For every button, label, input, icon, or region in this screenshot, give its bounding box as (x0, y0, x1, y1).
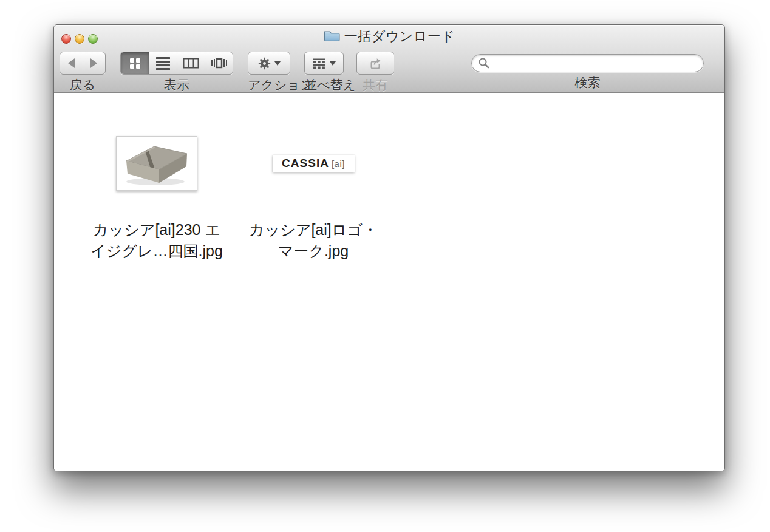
search-group: 検索 (471, 52, 704, 91)
sort-group: 並べ替え (304, 52, 344, 94)
window-chrome: 一括ダウンロード 戻る (54, 25, 724, 93)
gear-icon (258, 57, 271, 70)
window-title: 一括ダウンロード (344, 27, 455, 46)
view-icon-button[interactable] (121, 52, 149, 74)
file-thumbnail-area (87, 115, 227, 212)
back-label: 戻る (60, 77, 106, 94)
share-button[interactable] (356, 52, 394, 75)
file-thumbnail-area: CASSIA [ai] (244, 115, 383, 212)
search-icon (478, 57, 490, 69)
icon-view-icon (130, 58, 140, 69)
navigation-group: 戻る (60, 52, 106, 94)
action-label: アクション (248, 77, 290, 94)
column-view-icon (183, 58, 199, 69)
back-button[interactable] (60, 52, 83, 74)
action-group: アクション (248, 52, 290, 94)
share-group: 共有 (356, 52, 394, 94)
search-label: 検索 (471, 74, 704, 91)
desktop-background: 一括ダウンロード 戻る (0, 0, 770, 532)
finder-window: 一括ダウンロード 戻る (53, 24, 725, 471)
share-label: 共有 (356, 77, 394, 94)
view-list-button[interactable] (149, 52, 177, 74)
file-name-line2: マーク.jpg (244, 240, 383, 262)
action-button[interactable] (248, 52, 290, 75)
file-name-label[interactable]: カッシア[ai]ロゴ・ マーク.jpg (244, 219, 383, 262)
search-input[interactable] (493, 56, 697, 70)
stone-paver-thumbnail[interactable] (116, 136, 197, 191)
forward-button[interactable] (83, 52, 105, 74)
share-icon (369, 57, 383, 70)
view-column-button[interactable] (177, 52, 205, 74)
file-item-stone-paver[interactable]: カッシア[ai]230 エ イジグレ…四国.jpg (87, 115, 227, 262)
list-view-icon (156, 57, 170, 70)
file-item-cassia-logo[interactable]: CASSIA [ai] カッシア[ai]ロゴ・ マーク.jpg (244, 115, 383, 262)
view-coverflow-button[interactable] (205, 52, 233, 74)
file-name-label[interactable]: カッシア[ai]230 エ イジグレ…四国.jpg (87, 219, 227, 262)
dropdown-arrow-icon (330, 61, 336, 66)
sort-label: 並べ替え (304, 77, 344, 94)
folder-content-area[interactable]: カッシア[ai]230 エ イジグレ…四国.jpg CASSIA [ai] カッ… (54, 93, 724, 471)
dropdown-arrow-icon (274, 61, 281, 66)
back-arrow-icon (68, 58, 75, 68)
folder-icon (324, 29, 340, 44)
forward-arrow-icon (90, 58, 97, 68)
coverflow-view-icon (210, 58, 228, 69)
toolbar: 戻る (54, 48, 724, 93)
cassia-logo-ai-text: [ai] (332, 159, 345, 169)
search-field[interactable] (471, 54, 704, 72)
file-name-line1: カッシア[ai]230 エ (87, 219, 227, 240)
window-title-area: 一括ダウンロード (54, 25, 724, 48)
cassia-logo-text: CASSIA (282, 157, 329, 170)
view-switcher-group: 表示 (120, 52, 233, 94)
file-name-line1: カッシア[ai]ロゴ・ (244, 219, 383, 240)
view-label: 表示 (120, 77, 233, 94)
sort-button[interactable] (304, 52, 344, 75)
file-name-line2: イジグレ…四国.jpg (87, 240, 227, 262)
sort-groups-icon (312, 58, 326, 69)
cassia-logo-thumbnail[interactable]: CASSIA [ai] (273, 155, 355, 172)
title-bar[interactable]: 一括ダウンロード (54, 25, 724, 48)
